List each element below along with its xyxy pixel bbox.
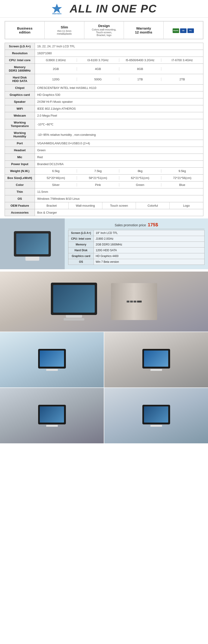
weight-option-4: 9.5kg <box>161 169 203 173</box>
spec-label-accessories: Accessories <box>5 209 35 216</box>
ports-area <box>127 301 142 302</box>
svg-text:Starclass: Starclass <box>52 12 62 14</box>
desk-stand-3 <box>46 425 58 427</box>
spec-value-humidity: -10~95% relative humidity , non-condensi… <box>35 130 203 140</box>
photo-desk-3 <box>0 388 104 443</box>
table-row: Screen (LG A+) 19, 22, 24, 27 Inch LCD T… <box>5 43 203 50</box>
box-option-4: 72*21*56(cm) <box>161 176 203 180</box>
hdd-option-2: 500G <box>77 78 119 81</box>
spec-value-resolution: 1920*1080 <box>35 50 203 57</box>
logo-area: Starclass <box>51 3 63 14</box>
monitor-illustration <box>14 231 51 256</box>
features-bar: Business edition Slim thin:11.5mmmetal&p… <box>5 21 203 39</box>
starclass-logo-icon: Starclass <box>51 3 63 14</box>
feature-warranty-title: Warranty <box>136 26 151 30</box>
oem-bracket: Bracket <box>35 202 69 209</box>
monitor-screen-illustration <box>16 234 49 254</box>
promo-value-screen: 19" Inch LCD TFL <box>94 230 204 236</box>
feature-design-title: Design <box>86 24 122 28</box>
table-row: Weight (N.W.) 6.5kg 7.5kg 8kg 9.5kg <box>5 168 203 174</box>
table-row: Chipst CRESCENTBAY INTEL Intel HASWLL H1… <box>5 84 203 92</box>
cpu-option-4: I7-6700 3.4GHz <box>161 58 203 62</box>
desk-screen-1 <box>40 350 64 367</box>
spec-value-screen: 19, 22, 24, 27 Inch LCD TFL <box>35 43 203 50</box>
spec-value-webcam: 2.0 Mega Pixel <box>35 112 203 119</box>
promo-price-value: 175$ <box>148 222 158 227</box>
promo-value-harddisk: 120G HDD SATA <box>94 248 204 253</box>
color-option-pink: Pink <box>77 183 119 186</box>
page-title: ALL IN ONE PC <box>70 2 157 15</box>
desk-monitor-1 <box>38 349 66 368</box>
table-row: Hard DiskHDD SATA 120G 500G 1TB 2TB <box>5 74 203 84</box>
spec-label-screen: Screen (LG A+) <box>5 43 35 50</box>
table-row: WorkingTemperature -10℃~60℃ <box>5 119 203 130</box>
spec-label-temp: WorkingTemperature <box>5 119 35 130</box>
desk-stand-1 <box>46 369 58 371</box>
spec-label-port: Port <box>5 140 35 147</box>
spec-value-thin: 11.5mm <box>35 188 203 195</box>
spec-label-cpu: CPU: Intel core <box>5 57 35 64</box>
spec-value-port: VGA/HMID/LAN/USB2.0+USB3.0 (2+4) <box>35 140 203 147</box>
promo-row: OS Win 7 Beta version <box>68 259 204 265</box>
spec-value-headset: Green <box>35 147 203 154</box>
spec-value-boxsize: 52*20*46(cm) 58*21*51(cm) 62*21*51(cm) 7… <box>35 174 203 182</box>
desk-scene-2 <box>104 332 208 388</box>
table-row: WorkingHumidity -10~95% relative humidit… <box>5 130 203 140</box>
spec-value-weight: 6.5kg 7.5kg 8kg 9.5kg <box>35 168 203 174</box>
cpu-option-2: I3-6100 3.7GHz <box>77 58 119 62</box>
desk-monitor-3 <box>38 405 66 424</box>
spec-value-oem: Bracket Wall-mounting Touch screen Color… <box>35 202 203 209</box>
spec-value-harddisk: 120G 500G 1TB 2TB <box>35 74 203 84</box>
promo-row: Memory 2GB DDR3 1600MHz <box>68 242 204 248</box>
promo-label-os: OS <box>68 259 94 265</box>
promo-row: Screen (LG A+) 19" Inch LCD TFL <box>68 230 204 236</box>
spec-label-mic: Mic <box>5 154 35 161</box>
desk-screen-4 <box>144 406 168 422</box>
promo-row: CPU: Intel core J1900 2.0GHz <box>68 236 204 242</box>
spec-value-cpu: G3900 2.8GHz I3-6100 3.7GHz I5-6500/6400… <box>35 57 203 64</box>
memory-option-1: 2GB <box>35 67 77 71</box>
feature-slim-title: Slim <box>47 25 82 29</box>
table-row: Accessories Box & Charger <box>5 209 203 216</box>
hdd-option-1: 120G <box>35 78 77 81</box>
table-row: WiFi IEEE 802.11b/g/n ATHEROS <box>5 105 203 112</box>
feature-business: Business edition <box>5 22 45 39</box>
monitor-stand <box>66 315 82 318</box>
oem-wall-mounting: Wall-mounting <box>69 202 102 209</box>
desk-stand-4 <box>150 425 162 427</box>
spec-label-speaker: Speaker <box>5 98 35 105</box>
table-row: Mic Red <box>5 154 203 161</box>
spec-value-accessories: Box & Charger <box>35 209 203 216</box>
feature-warranty: Warranty 12 months <box>124 22 163 39</box>
cpu-option-3: I5-6500/6400 3.2GHz <box>119 58 161 62</box>
spec-value-graphics: HD Graphics 530 <box>35 92 203 98</box>
promo-details: Sales promotion price 175$ Screen (LG A+… <box>65 218 208 269</box>
port-hdmi <box>137 301 142 302</box>
monitor-front-view <box>51 283 97 320</box>
table-row: Box Size(LxWxH) 52*20*46(cm) 58*21*51(cm… <box>5 174 203 182</box>
spec-value-temp: -10℃~60℃ <box>35 119 203 130</box>
color-option-blue: Blue <box>161 183 203 186</box>
box-option-3: 62*21*51(cm) <box>119 176 161 180</box>
monitor-front-screen <box>53 285 95 313</box>
weight-option-2: 7.5kg <box>77 169 119 173</box>
spec-value-memory: 2GB 4GB 8GB <box>35 64 203 74</box>
table-row: MemoryDDR3 1600MHz 2GB 4GB 8GB <box>5 64 203 74</box>
spec-label-harddisk: Hard DiskHDD SATA <box>5 74 35 84</box>
promo-label-memory: Memory <box>68 242 94 248</box>
spec-value-power: Branded DC12V/6A <box>35 161 203 168</box>
monitor-front-body <box>51 283 97 315</box>
photo-desk-4 <box>104 388 208 443</box>
promo-value-cpu: J1900 2.0GHz <box>94 236 204 242</box>
spec-label-graphics: Graphics card <box>5 92 35 98</box>
spec-label-boxsize: Box Size(LxWxH) <box>5 174 35 182</box>
photo-gallery <box>0 272 208 443</box>
photo-desk-1 <box>0 332 104 388</box>
fc-badge: FC <box>187 28 194 33</box>
feature-slim-sub: thin:11.5mmmetal&plastic <box>47 30 82 35</box>
desk-scene-4 <box>104 388 208 443</box>
feature-business-title2: edition <box>7 30 43 34</box>
table-row: Power Input Branded DC12V/6A <box>5 161 203 168</box>
table-row: Graphics card HD Graphics 530 <box>5 92 203 98</box>
spec-label-webcam: Webcam <box>5 112 35 119</box>
